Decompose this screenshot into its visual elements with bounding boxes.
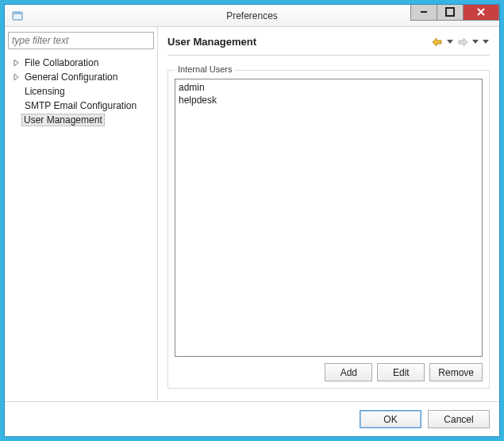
sidebar-item-smtp-email-configuration[interactable]: SMTP Email Configuration	[11, 99, 154, 113]
sidebar-item-label: Licensing	[24, 86, 66, 97]
body: File Collaboration General Configuration…	[5, 27, 499, 401]
edit-button[interactable]: Edit	[377, 363, 425, 381]
minimize-button[interactable]	[410, 5, 437, 21]
chevron-down-icon	[472, 40, 479, 44]
page-nav	[431, 37, 490, 48]
expand-icon[interactable]	[13, 59, 21, 67]
page-menu[interactable]	[482, 39, 490, 45]
preferences-tree: File Collaboration General Configuration…	[8, 52, 154, 397]
arrow-left-icon	[432, 37, 443, 47]
add-button[interactable]: Add	[325, 363, 372, 381]
filter-input[interactable]	[8, 32, 154, 49]
sidebar: File Collaboration General Configuration…	[5, 27, 157, 401]
user-list[interactable]: admin helpdesk	[175, 79, 483, 357]
chevron-down-icon	[483, 40, 489, 44]
forward-menu[interactable]	[471, 39, 479, 45]
svg-rect-1	[13, 12, 22, 14]
page-header: User Management	[167, 33, 490, 56]
internal-users-group: Internal Users admin helpdesk Add Edit R…	[167, 70, 490, 389]
close-button[interactable]	[463, 5, 499, 21]
expand-icon[interactable]	[13, 73, 21, 81]
sidebar-item-file-collaboration[interactable]: File Collaboration	[11, 56, 154, 70]
sidebar-item-licensing[interactable]: Licensing	[11, 84, 154, 99]
maximize-button[interactable]	[437, 5, 464, 21]
sidebar-item-label: File Collaboration	[24, 57, 99, 68]
arrow-right-icon	[457, 37, 468, 47]
user-list-buttons: Add Edit Remove	[175, 363, 483, 381]
forward-button[interactable]	[456, 37, 469, 48]
main-panel: User Management	[157, 27, 499, 401]
chevron-down-icon	[447, 40, 453, 44]
sidebar-item-label: User Management	[21, 114, 105, 126]
groupbox-label: Internal Users	[175, 64, 235, 74]
back-button[interactable]	[431, 37, 444, 48]
sidebar-item-general-configuration[interactable]: General Configuration	[11, 70, 154, 84]
back-menu[interactable]	[446, 39, 454, 45]
cancel-button[interactable]: Cancel	[428, 410, 490, 428]
titlebar: Preferences	[5, 5, 499, 27]
app-icon	[11, 10, 24, 22]
window-controls	[411, 5, 499, 21]
dialog-footer: OK Cancel	[5, 401, 499, 436]
sidebar-item-label: General Configuration	[24, 72, 118, 83]
sidebar-item-user-management[interactable]: User Management	[11, 113, 154, 127]
list-item[interactable]: admin	[179, 81, 479, 94]
preferences-window: Preferences File Collaboration	[4, 4, 500, 437]
list-item[interactable]: helpdesk	[179, 94, 479, 106]
ok-button[interactable]: OK	[360, 410, 421, 428]
page-title: User Management	[167, 36, 256, 48]
remove-button[interactable]: Remove	[429, 363, 483, 381]
sidebar-item-label: SMTP Email Configuration	[24, 100, 137, 111]
